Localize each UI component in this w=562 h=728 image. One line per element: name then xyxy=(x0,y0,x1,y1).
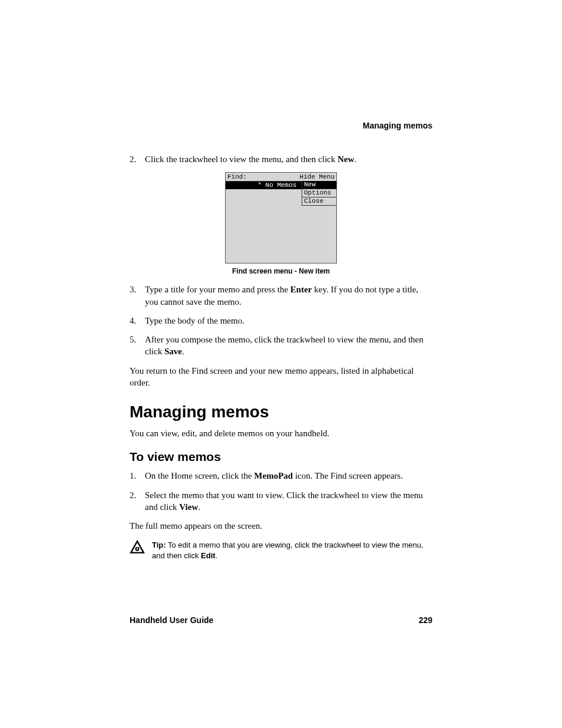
svg-point-3 xyxy=(137,548,138,550)
hide-menu-label: Hide Menu xyxy=(300,173,335,181)
menu-item-new: New xyxy=(302,181,336,189)
step-text: Type a title for your memo and press the… xyxy=(145,284,432,308)
text: . xyxy=(198,502,200,512)
bold-text: Enter xyxy=(290,285,312,294)
menu-item-close: Close xyxy=(302,197,336,206)
text: On the Home screen, click the xyxy=(145,471,254,480)
paragraph: The full memo appears on the screen. xyxy=(130,520,432,532)
tip-block: Tip: To edit a memo that you are viewing… xyxy=(130,540,432,561)
bold-text: MemoPad xyxy=(254,471,293,480)
paragraph: You return to the Find screen and your n… xyxy=(130,365,432,389)
step-item: 5. After you compose the memo, click the… xyxy=(130,334,432,358)
paragraph: You can view, edit, and delete memos on … xyxy=(130,427,432,439)
text: Type the body of the memo. xyxy=(145,316,244,325)
heading-managing-memos: Managing memos xyxy=(130,403,432,421)
bold-text: Edit xyxy=(201,551,216,560)
find-label: Find: xyxy=(227,173,247,181)
device-menu: New Options Close xyxy=(302,181,336,206)
step-number: 4. xyxy=(130,315,145,327)
device-titlebar: Find: Hide Menu xyxy=(226,173,336,182)
text: Type a title for your memo and press the xyxy=(145,285,290,294)
step-item: 3. Type a title for your memo and press … xyxy=(130,284,432,308)
step-text: After you compose the memo, click the tr… xyxy=(145,334,432,358)
tip-icon xyxy=(130,540,145,555)
body-content: 2. Click the trackwheel to view the menu… xyxy=(130,153,432,562)
bold-text: Save xyxy=(164,347,182,356)
page: Managing memos 2. Click the trackwheel t… xyxy=(0,0,562,728)
svg-rect-2 xyxy=(137,545,138,547)
step-number: 2. xyxy=(130,153,145,165)
step-text: On the Home screen, click the MemoPad ic… xyxy=(145,470,432,482)
text: Click the trackwheel to view the menu, a… xyxy=(145,154,338,164)
step-text: Click the trackwheel to view the menu, a… xyxy=(145,153,432,165)
page-number: 229 xyxy=(419,615,432,625)
step-number: 3. xyxy=(130,284,145,308)
text: . xyxy=(182,347,184,356)
text: To edit a memo that you are viewing, cli… xyxy=(152,541,424,560)
text: . xyxy=(216,551,218,560)
step-number: 2. xyxy=(130,489,145,513)
text: . xyxy=(354,154,356,164)
step-item: 2. Click the trackwheel to view the menu… xyxy=(130,153,432,165)
page-footer: Handheld User Guide 229 xyxy=(130,615,432,625)
step-item: 1. On the Home screen, click the MemoPad… xyxy=(130,470,432,482)
device-screenshot: Find: Hide Menu * No Memos * New Options… xyxy=(225,172,337,263)
heading-to-view-memos: To view memos xyxy=(130,450,432,464)
menu-item-options: Options xyxy=(302,189,336,197)
step-number: 1. xyxy=(130,470,145,482)
bold-text: New xyxy=(338,154,354,164)
footer-title: Handheld User Guide xyxy=(130,615,213,625)
step-text: Select the memo that you want to view. C… xyxy=(145,489,432,513)
text: icon. The Find screen appears. xyxy=(293,471,403,480)
step-item: 4. Type the body of the memo. xyxy=(130,315,432,327)
running-head: Managing memos xyxy=(363,121,432,130)
tip-text: Tip: To edit a memo that you are viewing… xyxy=(152,540,432,561)
figure-caption: Find screen menu - New item xyxy=(130,267,432,275)
bold-text: View xyxy=(179,502,198,512)
step-item: 2. Select the memo that you want to view… xyxy=(130,489,432,513)
text: After you compose the memo, click the tr… xyxy=(145,335,424,356)
step-number: 5. xyxy=(130,334,145,358)
step-text: Type the body of the memo. xyxy=(145,315,432,327)
tip-label: Tip: xyxy=(152,541,166,549)
